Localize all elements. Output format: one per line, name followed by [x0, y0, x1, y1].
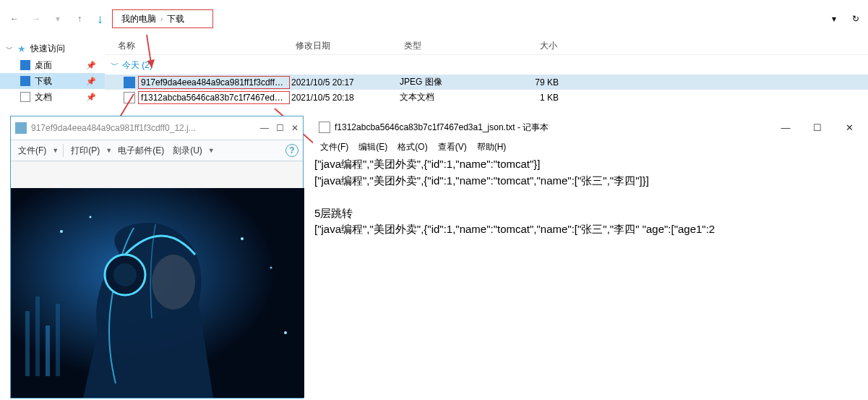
svg-point-14 [60, 230, 63, 233]
caret-down-icon: ﹀ [111, 59, 119, 72]
downloads-icon: ↓ [97, 12, 103, 27]
file-group-today[interactable]: ﹀ 今天 (2) [105, 55, 868, 75]
refresh-icon[interactable]: ↻ [849, 12, 862, 25]
minimize-button[interactable]: — [260, 123, 269, 133]
text-line: ["java编程","美团外卖",{"id":1,"name":"tomcat"… [314, 173, 864, 190]
notepad-icon [319, 122, 330, 133]
notepad-content[interactable]: ["java编程","美团外卖",{"id":1,"name":"tomcat"… [313, 155, 866, 239]
menu-help[interactable]: 帮助(H) [473, 140, 511, 155]
separator [63, 144, 64, 157]
nav-up-button[interactable]: ↑ [71, 10, 88, 27]
file-size: 79 KB [494, 77, 559, 88]
svg-rect-11 [35, 297, 40, 376]
file-size: 1 KB [494, 93, 559, 103]
sidebar-item-downloads[interactable]: 下载 📌 [0, 73, 105, 89]
pin-icon: 📌 [86, 61, 96, 70]
sidebar-item-desktop[interactable]: 桌面 📌 [0, 57, 105, 73]
file-type: JPEG 图像 [400, 76, 494, 88]
file-row[interactable]: 917ef9da4eea484a9ca981ff1f3cdff0_... 202… [105, 75, 868, 90]
sidebar-item-label: 下载 [35, 75, 52, 88]
file-row[interactable]: f1312abcba5646ca83b7c1f7467ed3a... 2021/… [105, 90, 868, 105]
pin-icon: 📌 [86, 93, 96, 102]
maximize-button[interactable]: ☐ [276, 123, 284, 133]
menu-record[interactable]: 刻录(U) [170, 143, 205, 158]
notepad-window: f1312abcba5646ca83b7c1f7467ed3a1_json.tx… [313, 116, 866, 399]
caret-down-icon: ▼ [106, 147, 112, 154]
svg-rect-10 [25, 311, 30, 376]
nav-forward-button[interactable]: → [27, 10, 45, 27]
group-label: 今天 (2) [122, 59, 152, 72]
desktop-icon [20, 60, 30, 70]
image-file-icon [124, 77, 135, 88]
svg-point-18 [284, 331, 287, 334]
text-line: ["java编程","美团外卖",{"id":1,"name":"tomcat"… [314, 156, 864, 173]
breadcrumb-segment[interactable]: 下载 [167, 13, 184, 25]
nav-dropdown-icon[interactable]: ▾ [49, 10, 66, 27]
breadcrumb[interactable]: 我的电脑 › 下载 [112, 9, 213, 28]
menu-edit[interactable]: 编辑(E) [354, 140, 392, 155]
column-header-modified[interactable]: 修改日期 [293, 40, 401, 52]
sidebar-item-label: 文档 [35, 91, 52, 103]
window-title: 917ef9da4eea484a9ca981ff1f3cdff0_12.j... [31, 123, 260, 133]
document-icon [20, 92, 30, 102]
breadcrumb-segment[interactable]: 我的电脑 [121, 13, 156, 25]
text-line [314, 189, 864, 205]
file-modified: 2021/10/5 20:17 [291, 77, 400, 88]
image-viewer-window: 917ef9da4eea484a9ca981ff1f3cdff0_12.j...… [10, 116, 304, 399]
file-type: 文本文档 [400, 91, 494, 103]
file-name: 917ef9da4eea484a9ca981ff1f3cdff0_... [138, 76, 290, 89]
file-name: f1312abcba5646ca83b7c1f7467ed3a... [138, 91, 290, 104]
maximize-button[interactable]: ☐ [807, 122, 828, 133]
sidebar-quick-access[interactable]: ﹀ ★ 快速访问 [0, 41, 105, 57]
menu-format[interactable]: 格式(O) [393, 140, 431, 155]
close-button[interactable]: ✕ [838, 122, 860, 133]
minimize-button[interactable]: — [775, 122, 796, 133]
caret-down-icon: ▼ [52, 147, 59, 154]
column-header-size[interactable]: 大小 [495, 40, 560, 52]
menu-file[interactable]: 文件(F) [316, 140, 353, 155]
help-icon[interactable]: ? [285, 144, 298, 157]
sidebar: ﹀ ★ 快速访问 桌面 📌 下载 📌 文档 📌 [0, 38, 105, 110]
svg-rect-13 [56, 304, 60, 376]
caret-down-icon: ▼ [208, 147, 215, 154]
menu-print[interactable]: 打印(P) [68, 143, 103, 158]
text-file-icon [124, 92, 135, 103]
app-icon [15, 122, 27, 134]
nav-back-button[interactable]: ← [6, 10, 23, 27]
sidebar-item-label: 桌面 [35, 59, 52, 72]
sidebar-header-label: 快速访问 [30, 43, 65, 55]
svg-point-15 [90, 216, 92, 218]
text-line: ["java编程","美团外卖",{"id":1,"name":"tomcat"… [314, 221, 864, 238]
window-title: f1312abcba5646ca83b7c1f7467ed3a1_json.tx… [335, 122, 775, 134]
file-modified: 2021/10/5 20:18 [291, 93, 400, 103]
sidebar-item-documents[interactable]: 文档 📌 [0, 89, 105, 105]
menu-view[interactable]: 查看(V) [434, 140, 471, 155]
downloads-folder-icon [20, 76, 30, 86]
svg-point-8 [113, 263, 137, 286]
file-pane: 名称 修改日期 类型 大小 ﹀ 今天 (2) 917ef9da4eea484a9… [105, 38, 868, 110]
svg-rect-12 [46, 325, 50, 376]
breadcrumb-separator-icon: › [160, 15, 163, 23]
caret-down-icon: ﹀ [6, 44, 13, 54]
menu-email[interactable]: 电子邮件(E) [115, 143, 167, 158]
image-preview [11, 188, 304, 398]
svg-point-9 [152, 255, 195, 310]
close-button[interactable]: ✕ [291, 123, 298, 133]
column-header-name[interactable]: 名称 [105, 40, 293, 52]
menu-file[interactable]: 文件(F) [15, 143, 49, 158]
star-icon: ★ [17, 43, 26, 54]
text-line: 5层跳转 [314, 205, 864, 222]
dropdown-icon[interactable]: ▾ [828, 12, 841, 25]
pin-icon: 📌 [86, 77, 96, 86]
svg-point-16 [241, 237, 244, 240]
svg-point-17 [270, 267, 272, 269]
column-header-type[interactable]: 类型 [401, 40, 495, 52]
